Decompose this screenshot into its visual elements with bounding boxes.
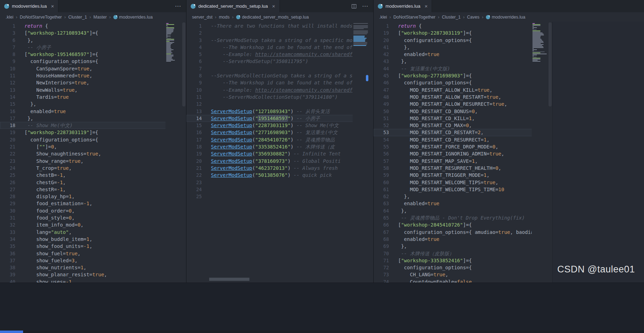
code-line[interactable]: 9 configuration_options={ xyxy=(0,58,186,65)
code-line[interactable]: 1return { xyxy=(374,22,552,29)
code-line[interactable]: 60 MOD_RESTART_WELCOME_TIPS=true, xyxy=(374,179,552,186)
split-editor-icon[interactable] xyxy=(352,4,356,9)
code-line[interactable]: 66["workshop-2845410726"]={ xyxy=(374,221,552,228)
code-line[interactable]: 25 chestB=-1, xyxy=(0,172,186,179)
code-line[interactable]: 36 show_fuel=true, xyxy=(0,250,186,257)
close-tab-icon[interactable]: × xyxy=(272,4,275,9)
code-line[interactable]: 33 lang="auto", xyxy=(0,229,186,236)
code-line[interactable]: 2 xyxy=(186,29,373,36)
remote-status-chip[interactable] xyxy=(0,331,23,333)
code-line[interactable]: 11 HouseHammered=true, xyxy=(0,72,186,79)
code-line[interactable]: 22ServerModSetup("501385076") -- quick p… xyxy=(186,172,373,179)
breadcrumb-item[interactable]: DoNotStarveTogether xyxy=(394,15,436,20)
code-line[interactable]: 54 MOD_RESTART_CD_RESURRECT=1, xyxy=(374,136,552,143)
code-line[interactable]: 57 MOD_RESTART_MAP_SAVE=1, xyxy=(374,158,552,165)
code-line[interactable]: 53 MOD_RESTART_CD_RESTART=2, xyxy=(374,129,552,136)
code-line[interactable]: 43 }, xyxy=(374,58,552,65)
breadcrumb-item[interactable]: .klei xyxy=(379,15,387,20)
code-line[interactable]: 24 T_crop=true, xyxy=(0,165,186,172)
breadcrumb-item[interactable]: Cluster_1 xyxy=(442,15,461,20)
breadcrumb-item[interactable]: dedicated_server_mods_setup.lua xyxy=(236,15,309,20)
code-line[interactable]: 19["workshop-2287303119"]={ xyxy=(0,129,186,136)
code-line[interactable]: 64 }, xyxy=(374,207,552,214)
code-line[interactable]: 10 --Example: http://steamcommunity.com/… xyxy=(186,86,373,93)
code-line[interactable]: 22 Show_naughtiness=true, xyxy=(0,150,186,157)
minimap[interactable] xyxy=(532,22,548,283)
code-line[interactable]: 52 MOD_RESTART_CD_MAX=0, xyxy=(374,122,552,129)
code-line[interactable]: 68 enabled=true xyxy=(374,236,552,243)
code-line[interactable]: 27 chestR=-1, xyxy=(0,186,186,193)
code-line[interactable]: 58 MOD_RESTART_RESURRECT_HEALTH=0, xyxy=(374,165,552,172)
code-line[interactable]: 19["workshop-2287303119"]={ xyxy=(374,29,552,36)
code-line[interactable]: 7 xyxy=(186,65,373,72)
code-line[interactable]: 32 item_info_mod=0, xyxy=(0,221,186,228)
code-line[interactable]: 1--There are two functions that will ins… xyxy=(186,22,373,29)
code-line[interactable]: 71["workshop-3353852416"]={ xyxy=(374,257,552,264)
tab-modoverrides-lua-master[interactable]: modoverrides.lua × xyxy=(0,0,58,12)
code-line[interactable]: 18 -- Show Me(中文) xyxy=(0,122,186,129)
code-line[interactable]: 39 show_planar_resist=true, xyxy=(0,271,186,278)
code-line[interactable]: 69 }, xyxy=(374,243,552,250)
code-line[interactable]: 40 show_uses=-1 xyxy=(0,278,186,283)
breadcrumb-item[interactable]: Cluster_1 xyxy=(68,15,87,20)
code-line[interactable]: 16ServerModSetup("2771698903") -- 复活重生(中… xyxy=(186,129,373,136)
code-line[interactable]: 25 xyxy=(186,193,373,200)
breadcrumb-item[interactable]: .klei xyxy=(6,15,13,20)
vertical-scrollbar[interactable] xyxy=(182,22,186,283)
code-line[interactable]: 13 NewWalls=true, xyxy=(0,86,186,93)
code-line[interactable]: 12 NewInteriors=true, xyxy=(0,79,186,86)
code-line[interactable]: 44 -- 复活重生(中文版) xyxy=(374,65,552,72)
breadcrumb-item[interactable]: modoverrides.lua xyxy=(486,15,525,20)
code-line[interactable]: 8["workshop-1951468597"]={ xyxy=(0,51,186,58)
code-line[interactable]: 7 -- 小房子 xyxy=(0,44,186,51)
code-line[interactable]: 29 food_estimation=-1, xyxy=(0,200,186,207)
breadcrumb-item[interactable]: modoverrides.lua xyxy=(113,15,153,20)
code-line[interactable]: 73 CH_LANG=true, xyxy=(374,271,552,278)
code-line[interactable]: 17 }, xyxy=(0,115,186,122)
code-line[interactable]: 1return { xyxy=(0,22,186,29)
tab-dedicated-server-mods-setup-lua[interactable]: dedicated_server_mods_setup.lua × xyxy=(186,0,280,12)
horizontal-scrollbar[interactable] xyxy=(209,278,249,281)
code-line[interactable]: 3["workshop-1271089343"]={ xyxy=(0,29,186,36)
code-line[interactable]: 48 MOD_RESTART_ALLOW_RESTART=true, xyxy=(374,93,552,100)
breadcrumb-item[interactable]: Caves xyxy=(467,15,479,20)
code-line[interactable]: 14ServerModSetup("1951468597") -- 小房子 xyxy=(186,115,373,122)
vertical-scrollbar[interactable] xyxy=(369,22,373,283)
breadcrumb-item[interactable]: server_dst xyxy=(192,15,212,20)
code-line[interactable]: 35 show_food_units=-1, xyxy=(0,243,186,250)
code-line[interactable]: 21 [""]=0, xyxy=(0,143,186,150)
code-line[interactable]: 23 xyxy=(186,179,373,186)
code-line[interactable]: 5 --Example: http://steamcommunity.com/s… xyxy=(186,51,373,58)
code-line[interactable]: 49 MOD_RESTART_ALLOW_RESURRECT=true, xyxy=(374,100,552,107)
code-line[interactable]: 17ServerModSetup("2845410726") -- 灵魂携带物品 xyxy=(186,136,373,143)
code-line[interactable]: 4 --The Workshop id can be found at the … xyxy=(186,44,373,51)
code-line[interactable]: 20 configuration_options={ xyxy=(374,37,552,44)
code-line[interactable]: 50 MOD_RESTART_CD_BONUS=0, xyxy=(374,108,552,115)
code-editor[interactable]: 1return {3["workshop-1271089343"]={6 },7… xyxy=(0,22,186,283)
vertical-scrollbar[interactable] xyxy=(548,22,552,283)
code-line[interactable]: 11 --ServerModCollectionSetup("379114180… xyxy=(186,93,373,100)
code-line[interactable]: 56 MOD_RESTART_IGNORING_ADMIN=true, xyxy=(374,150,552,157)
code-line[interactable]: 34 show_buddle_item=1, xyxy=(0,236,186,243)
code-line[interactable]: 31 food_style=0, xyxy=(0,214,186,221)
code-line[interactable]: 24 xyxy=(186,186,373,193)
more-actions-icon[interactable]: ⋯ xyxy=(175,3,181,9)
code-line[interactable]: 59 MOD_RESTART_TRIGGER_MODE=1, xyxy=(374,172,552,179)
code-line[interactable]: 41 }, xyxy=(374,44,552,51)
code-line[interactable]: 38 show_nutrients=1, xyxy=(0,264,186,271)
more-actions-icon[interactable]: ⋯ xyxy=(362,3,368,9)
code-line[interactable]: 3--ServerModSetup takes a string of a sp… xyxy=(186,37,373,44)
code-line[interactable]: 18ServerModSetup("3353852416") -- 木牌传送（皮 xyxy=(186,143,373,150)
code-line[interactable]: 47 MOD_RESTART_ALLOW_KILL=true, xyxy=(374,86,552,93)
code-line[interactable]: 14 Tardis=true xyxy=(0,93,186,100)
code-line[interactable]: 74 CountdownEnable=false, xyxy=(374,278,552,283)
code-line[interactable]: 30 food_order=0, xyxy=(0,207,186,214)
code-line[interactable]: 61 MOD_RESTART_WELCOME_TIPS_TIME=10 xyxy=(374,186,552,193)
code-line[interactable]: 8--ServerModCollectionSetup takes a stri… xyxy=(186,72,373,79)
close-tab-icon[interactable]: × xyxy=(425,4,428,9)
breadcrumb-item[interactable]: DoNotStarveTogether xyxy=(20,15,62,20)
tab-modoverrides-lua-caves[interactable]: modoverrides.lua × xyxy=(374,0,432,12)
close-tab-icon[interactable]: × xyxy=(51,4,54,9)
code-line[interactable]: 20ServerModSetup("378160973") -- Global … xyxy=(186,158,373,165)
code-line[interactable]: 45["workshop-2771698903"]={ xyxy=(374,72,552,79)
